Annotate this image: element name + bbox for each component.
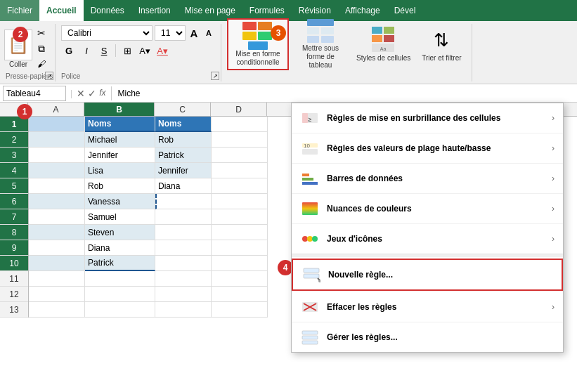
cell-a3[interactable] xyxy=(29,148,85,163)
cell-a1[interactable] xyxy=(29,117,85,132)
cell-d12[interactable] xyxy=(212,287,268,302)
cell-c1[interactable]: Noms xyxy=(155,117,212,132)
cell-c8[interactable] xyxy=(155,225,212,240)
cell-c6[interactable] xyxy=(155,194,212,209)
col-header-a[interactable]: A xyxy=(28,103,84,116)
row-header-13[interactable]: 13 xyxy=(0,302,28,318)
cell-b1[interactable]: Noms xyxy=(85,117,155,132)
fill-color-button[interactable]: A▾ xyxy=(137,43,153,58)
dropdown-item-databars[interactable]: Barres de données › xyxy=(292,164,563,194)
cell-a4[interactable] xyxy=(29,163,85,178)
row-header-4[interactable]: 4 xyxy=(0,163,28,178)
cell-c9[interactable] xyxy=(155,240,212,256)
menu-accueil[interactable]: Accueil xyxy=(39,0,84,21)
cell-b8[interactable]: Steven xyxy=(85,225,155,240)
font-size-select[interactable]: 11 xyxy=(155,25,186,41)
cell-d6[interactable] xyxy=(212,194,268,209)
cell-b7[interactable]: Samuel xyxy=(85,209,155,225)
row-header-12[interactable]: 12 xyxy=(0,287,28,302)
cell-c11[interactable] xyxy=(155,271,212,287)
dropdown-item-clearrules[interactable]: Effacer les règles › xyxy=(292,292,563,322)
cell-a13[interactable] xyxy=(29,302,85,318)
cell-b12[interactable] xyxy=(85,287,155,302)
cell-c5[interactable]: Diana xyxy=(155,178,212,194)
cell-c4[interactable]: Jennifer xyxy=(155,163,212,178)
insert-function-icon[interactable]: fx xyxy=(99,88,105,99)
copy-button[interactable]: ⧉ xyxy=(34,41,49,55)
formula-input[interactable] xyxy=(115,89,577,98)
decrease-font-btn[interactable]: A xyxy=(202,25,215,41)
cell-d2[interactable] xyxy=(212,132,268,148)
menu-insertion[interactable]: Insertion xyxy=(131,0,178,21)
row-header-6[interactable]: 6 xyxy=(0,194,28,209)
cell-b10[interactable]: Patrick xyxy=(85,256,155,271)
cell-b2[interactable]: Michael xyxy=(85,132,155,148)
cell-b13[interactable] xyxy=(85,302,155,318)
dropdown-item-highlight[interactable]: ≥ Règles de mise en surbrillance des cel… xyxy=(292,103,563,133)
cell-c2[interactable]: Rob xyxy=(155,132,212,148)
cell-a11[interactable] xyxy=(29,271,85,287)
cell-b4[interactable]: Lisa xyxy=(85,163,155,178)
cell-a8[interactable] xyxy=(29,225,85,240)
col-header-b[interactable]: B xyxy=(84,103,155,116)
increase-font-btn[interactable]: A xyxy=(188,25,200,41)
format-table-button[interactable]: Mettre sous forme de tableau xyxy=(292,18,349,70)
cell-d8[interactable] xyxy=(212,225,268,240)
cell-d9[interactable] xyxy=(212,240,268,256)
dropdown-item-topbottom[interactable]: 10 Règles des valeurs de plage haute/bas… xyxy=(292,133,563,164)
col-header-d[interactable]: D xyxy=(211,103,267,116)
col-header-c[interactable]: C xyxy=(155,103,211,116)
cell-d10[interactable] xyxy=(212,256,268,271)
cell-c3[interactable]: Patrick xyxy=(155,148,212,163)
cell-d4[interactable] xyxy=(212,163,268,178)
row-header-3[interactable]: 3 xyxy=(0,148,28,163)
dropdown-item-managerules[interactable]: Gérer les règles... xyxy=(292,322,563,352)
cell-a9[interactable] xyxy=(29,240,85,256)
name-box[interactable] xyxy=(3,86,66,101)
sort-filter-button[interactable]: ⇅ Trier et filtrer xyxy=(417,18,465,70)
cell-d11[interactable] xyxy=(212,271,268,287)
cell-a6[interactable] xyxy=(29,194,85,209)
cell-a12[interactable] xyxy=(29,287,85,302)
cell-b9[interactable]: Diana xyxy=(85,240,155,256)
font-expand[interactable]: ↗ xyxy=(211,72,219,80)
font-color-button[interactable]: A▾ xyxy=(155,43,170,58)
cell-a10[interactable] xyxy=(29,256,85,271)
cancel-formula-icon[interactable]: ✕ xyxy=(77,88,85,99)
cell-b6[interactable]: Vanessa xyxy=(85,194,155,209)
cell-d3[interactable] xyxy=(212,148,268,163)
cell-c12[interactable] xyxy=(155,287,212,302)
row-header-7[interactable]: 7 xyxy=(0,209,28,225)
row-header-2[interactable]: 2 xyxy=(0,132,28,148)
underline-button[interactable]: S xyxy=(96,43,112,58)
dropdown-item-colorscales[interactable]: Nuances de couleurs › xyxy=(292,194,563,224)
dropdown-item-iconsets[interactable]: Jeux d'icônes › xyxy=(292,224,563,254)
cell-b11[interactable] xyxy=(85,271,155,287)
cell-b3[interactable]: Jennifer xyxy=(85,148,155,163)
cell-styles-button[interactable]: Aa Styles de cellules xyxy=(352,18,415,70)
row-header-9[interactable]: 9 xyxy=(0,240,28,256)
row-header-11[interactable]: 11 xyxy=(0,271,28,287)
font-family-select[interactable]: Calibri xyxy=(61,25,153,41)
row-header-8[interactable]: 8 xyxy=(0,225,28,240)
cut-button[interactable]: ✂ xyxy=(34,26,49,40)
cell-d13[interactable] xyxy=(212,302,268,318)
cell-d1[interactable] xyxy=(212,117,268,132)
bold-button[interactable]: G xyxy=(61,43,77,58)
border-button[interactable]: ⊞ xyxy=(119,43,135,58)
row-header-10[interactable]: 10 xyxy=(0,256,28,271)
cell-c13[interactable] xyxy=(155,302,212,318)
cell-a5[interactable] xyxy=(29,178,85,194)
cell-c7[interactable] xyxy=(155,209,212,225)
menu-donnees[interactable]: Données xyxy=(84,0,131,21)
cell-d5[interactable] xyxy=(212,178,268,194)
format-painter-button[interactable]: 🖌 xyxy=(34,57,49,71)
menu-fichier[interactable]: Fichier xyxy=(0,0,39,21)
cell-b5[interactable]: Rob xyxy=(85,178,155,194)
row-header-5[interactable]: 5 xyxy=(0,178,28,194)
italic-button[interactable]: I xyxy=(79,43,94,58)
confirm-formula-icon[interactable]: ✓ xyxy=(88,88,96,99)
cell-c10[interactable] xyxy=(155,256,212,271)
cell-a7[interactable] xyxy=(29,209,85,225)
clipboard-expand[interactable]: ↗ xyxy=(45,72,53,80)
